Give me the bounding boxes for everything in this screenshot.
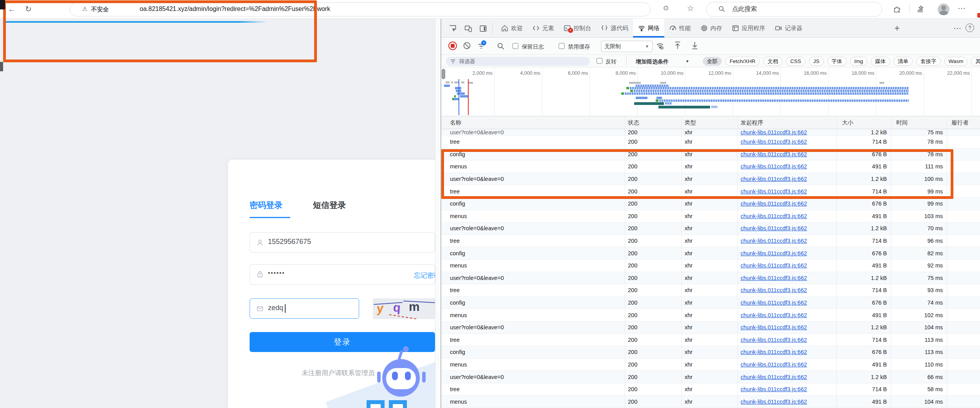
devtools-tab[interactable]: 元素: [527, 19, 559, 38]
favorite-star-icon[interactable]: ☆: [687, 4, 694, 12]
initiator-link[interactable]: chunk-libs.011ccdf3.js:662: [737, 361, 836, 368]
forgot-password-link[interactable]: 忘记密码: [414, 271, 436, 280]
network-request-row[interactable]: user?role=0&leave=0 200 xhr chunk-libs.0…: [441, 272, 980, 285]
devtools-tab[interactable]: 记录器: [770, 19, 807, 38]
initiator-link[interactable]: chunk-libs.011ccdf3.js:662: [737, 300, 836, 306]
network-request-row[interactable]: tree 200 xhr chunk-libs.011ccdf3.js:662 …: [441, 235, 980, 247]
timeline-drag-handle[interactable]: [442, 69, 445, 79]
dock-side-icon[interactable]: [479, 24, 487, 33]
initiator-link[interactable]: chunk-libs.011ccdf3.js:662: [737, 129, 836, 135]
devtools-tab[interactable]: 控制台 ×: [559, 19, 596, 38]
filter-pill[interactable]: CSS: [786, 57, 806, 66]
network-request-row[interactable]: menus 200 xhr chunk-libs.011ccdf3.js:662…: [441, 260, 980, 272]
devtools-tab[interactable]: 性能: [664, 19, 696, 38]
inspect-element-icon[interactable]: [448, 24, 457, 33]
captcha-image[interactable]: y q m: [373, 298, 435, 319]
extensions-puzzle-icon[interactable]: [893, 5, 901, 13]
initiator-link[interactable]: chunk-libs.011ccdf3.js:662: [737, 262, 836, 269]
network-request-row[interactable]: user?role=0&leave=0 200 xhr chunk-libs.0…: [441, 321, 980, 334]
col-size[interactable]: 大小: [836, 119, 891, 126]
initiator-link[interactable]: chunk-libs.011ccdf3.js:662: [737, 374, 836, 380]
disable-cache-label[interactable]: 禁用缓存: [568, 43, 590, 51]
col-status[interactable]: 状态: [625, 119, 682, 126]
col-time[interactable]: 时间: [891, 119, 947, 126]
col-name[interactable]: 名称: [441, 119, 625, 126]
initiator-link[interactable]: chunk-libs.011ccdf3.js:662: [737, 324, 836, 330]
filter-pill[interactable]: Img: [850, 57, 868, 66]
network-request-row[interactable]: config 200 xhr chunk-libs.011ccdf3.js:66…: [441, 198, 980, 210]
browser-more-icon[interactable]: ⋯: [958, 4, 966, 12]
col-fulfilled-by[interactable]: 履行者: [947, 119, 980, 126]
filter-pill[interactable]: 清单: [894, 57, 913, 66]
network-request-row[interactable]: tree 200 xhr chunk-libs.011ccdf3.js:662 …: [441, 383, 980, 396]
network-request-row[interactable]: config 200 xhr chunk-libs.011ccdf3.js:66…: [441, 346, 980, 359]
help-icon[interactable]: ?: [966, 23, 974, 32]
page-scrollbar[interactable]: [435, 19, 441, 408]
filter-pill[interactable]: 全部: [703, 57, 722, 66]
network-request-row[interactable]: user?role=0&leave=0 200 xhr chunk-libs.0…: [441, 129, 980, 136]
devtools-tab[interactable]: 内存: [696, 19, 727, 38]
initiator-link[interactable]: chunk-libs.011ccdf3.js:662: [737, 287, 836, 293]
captcha-input[interactable]: zedq: [250, 298, 359, 319]
invert-label[interactable]: 反转: [606, 58, 617, 65]
network-conditions-icon[interactable]: [656, 42, 664, 50]
initiator-link[interactable]: chunk-libs.011ccdf3.js:662: [737, 139, 836, 145]
network-request-row[interactable]: config 200 xhr chunk-libs.011ccdf3.js:66…: [441, 297, 980, 309]
col-type[interactable]: 类型: [682, 119, 737, 126]
devtools-tab[interactable]: 源代码: [596, 19, 633, 38]
initiator-link[interactable]: chunk-libs.011ccdf3.js:662: [737, 399, 836, 405]
col-initiator[interactable]: 发起程序: [737, 119, 836, 126]
import-har-icon[interactable]: [674, 41, 682, 50]
disable-cache-checkbox[interactable]: [559, 43, 565, 49]
network-request-row[interactable]: user?role=0&leave=0 200 xhr chunk-libs.0…: [441, 222, 980, 235]
preserve-log-checkbox[interactable]: [512, 43, 518, 49]
initiator-link[interactable]: chunk-libs.011ccdf3.js:662: [737, 200, 836, 207]
initiator-link[interactable]: chunk-libs.011ccdf3.js:662: [737, 213, 836, 219]
initiator-link[interactable]: chunk-libs.011ccdf3.js:662: [737, 225, 836, 231]
clear-log-icon[interactable]: [463, 42, 471, 50]
invert-checkbox[interactable]: [597, 58, 602, 64]
network-request-row[interactable]: tree 200 xhr chunk-libs.011ccdf3.js:662 …: [441, 334, 980, 347]
filter-pill[interactable]: Fetch/XHR: [725, 57, 760, 66]
network-request-row[interactable]: user?role=0&leave=0 200 xhr chunk-libs.0…: [441, 371, 980, 383]
device-toolbar-icon[interactable]: [464, 24, 473, 33]
add-tab-icon[interactable]: +: [894, 23, 900, 33]
preserve-log-label[interactable]: 保留日志: [522, 43, 544, 51]
password-input[interactable]: ••••••: [250, 264, 435, 285]
network-request-row[interactable]: menus 200 xhr chunk-libs.011ccdf3.js:662…: [441, 309, 980, 321]
initiator-link[interactable]: chunk-libs.011ccdf3.js:662: [737, 349, 836, 355]
initiator-link[interactable]: chunk-libs.011ccdf3.js:662: [737, 275, 836, 281]
profile-avatar[interactable]: [938, 4, 949, 15]
collections-icon[interactable]: [916, 5, 924, 13]
filter-pill[interactable]: 套接字: [916, 57, 941, 66]
initiator-link[interactable]: chunk-libs.011ccdf3.js:662: [737, 312, 836, 318]
network-search-icon[interactable]: [497, 42, 505, 50]
record-button[interactable]: [448, 42, 457, 50]
network-request-row[interactable]: menus 200 xhr chunk-libs.011ccdf3.js:662…: [441, 395, 980, 408]
filter-pill[interactable]: 其他: [971, 57, 980, 66]
initiator-link[interactable]: chunk-libs.011ccdf3.js:662: [737, 238, 836, 244]
reader-menu-icon[interactable]: ⊙: [663, 5, 669, 11]
devtools-tab[interactable]: 应用程序: [727, 19, 770, 38]
network-request-row[interactable]: tree 200 xhr chunk-libs.011ccdf3.js:662 …: [441, 284, 980, 297]
devtools-tab[interactable]: 网络: [633, 19, 664, 38]
initiator-link[interactable]: chunk-libs.011ccdf3.js:662: [737, 250, 836, 256]
export-har-icon[interactable]: [691, 41, 699, 50]
tab-sms-login[interactable]: 短信登录: [313, 200, 346, 211]
filter-pill[interactable]: Wasm: [944, 57, 968, 66]
network-request-row[interactable]: menus 200 xhr chunk-libs.011ccdf3.js:662…: [441, 359, 980, 371]
network-request-row[interactable]: tree 200 xhr chunk-libs.011ccdf3.js:662 …: [441, 136, 980, 148]
tab-password-login[interactable]: 密码登录: [250, 200, 282, 211]
filter-pill[interactable]: JS: [809, 57, 824, 66]
filter-pill[interactable]: 字体: [827, 57, 847, 66]
filter-pill[interactable]: 文档: [763, 57, 782, 66]
more-filters-button[interactable]: 增加筛选条件: [636, 58, 669, 65]
network-request-row[interactable]: menus 200 xhr chunk-libs.011ccdf3.js:662…: [441, 210, 980, 223]
throttling-select[interactable]: 无限制 ▼: [601, 41, 653, 52]
network-request-row[interactable]: config 200 xhr chunk-libs.011ccdf3.js:66…: [441, 247, 980, 260]
initiator-link[interactable]: chunk-libs.011ccdf3.js:662: [737, 337, 836, 343]
devtools-more-icon[interactable]: ⋯: [953, 24, 961, 32]
filter-pill[interactable]: 媒体: [871, 57, 890, 66]
filter-input[interactable]: 筛选器: [446, 57, 590, 66]
filter-icon[interactable]: ×: [477, 42, 485, 50]
